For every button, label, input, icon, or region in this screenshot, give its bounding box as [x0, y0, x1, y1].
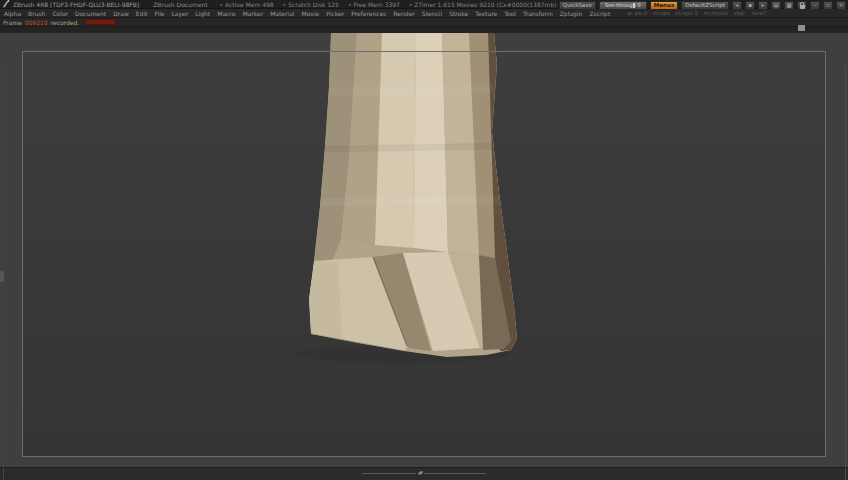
menu-extra-w-po-0[interactable]: w: po 0 — [627, 10, 647, 16]
stat-free-mem-3397: Free Mem 3397 — [348, 1, 400, 8]
recorded-label: recorded. — [51, 19, 80, 26]
menu-extra-cbp[interactable]: cbp: — [734, 10, 746, 16]
menu-extra-m-sps[interactable]: m:sps — [653, 10, 669, 16]
app-title: ZBrush 4R8 [TDF3-FHDF-QLU3-BELI-98FB] — [13, 1, 139, 8]
menu-item-file[interactable]: File — [154, 10, 164, 17]
menu-extra-m-movie[interactable]: m:movie — [704, 10, 728, 16]
menu-item-layer[interactable]: Layer — [172, 10, 189, 17]
menu-item-color[interactable]: Color — [52, 10, 68, 17]
canvas-corner-icon[interactable] — [798, 25, 805, 31]
frame-label: Frame — [3, 19, 22, 26]
tray-arrows-icon: ▲▼ — [418, 470, 422, 475]
menu-item-texture[interactable]: Texture — [475, 10, 497, 17]
menu-extra-new[interactable]: new? — [752, 10, 766, 16]
left-tray-handle[interactable] — [0, 271, 4, 282]
title-bar: ZBrush 4R8 [TDF3-FHDF-QLU3-BELI-98FB] ZB… — [0, 0, 848, 9]
menu-item-light[interactable]: Light — [195, 10, 210, 17]
menu-item-stroke[interactable]: Stroke — [449, 10, 468, 17]
memory-stats: Active Mem 498Scratch Disk 125Free Mem 3… — [220, 1, 557, 8]
grid-swatch-icon: ▤ — [773, 2, 778, 9]
see-through-knob[interactable] — [633, 3, 635, 8]
restore-icon: ▫ — [826, 2, 830, 9]
menu-extra-m-spe-1[interactable]: m:spe 1 — [676, 10, 698, 16]
document-title: ZBrush Document — [153, 1, 207, 8]
menu-item-tool[interactable]: Tool — [504, 10, 516, 17]
menu-item-picker[interactable]: Picker — [326, 10, 344, 17]
menu-bar: AlphaBrushColorDocumentDrawEditFileLayer… — [0, 9, 848, 18]
menu-item-document[interactable]: Document — [75, 10, 106, 17]
menu-item-edit[interactable]: Edit — [136, 10, 148, 17]
menu-item-material[interactable]: Material — [270, 10, 294, 17]
menu-item-stencil[interactable]: Stencil — [422, 10, 442, 17]
menu-item-alpha[interactable]: Alpha — [4, 10, 21, 17]
layout-dot-icon: ▪ — [748, 2, 752, 9]
menu-item-zplugin[interactable]: Zplugin — [560, 10, 583, 17]
menu-item-draw[interactable]: Draw — [113, 10, 129, 17]
menu-item-render[interactable]: Render — [393, 10, 414, 17]
chevron-left-icon: ◂ — [736, 2, 739, 9]
frame-number: 009210 — [25, 19, 48, 26]
lock-icon — [800, 5, 805, 9]
right-tray-divider[interactable] — [845, 66, 846, 480]
see-through-label: See-through 0 — [605, 2, 641, 8]
stat-active-mem-498: Active Mem 498 — [220, 1, 274, 8]
menu-item-brush[interactable]: Brush — [28, 10, 45, 17]
menu-extra-items: w: po 0m:spsm:spe 1m:moviecbp:new? — [627, 10, 772, 16]
zbrush-logo-icon — [2, 0, 10, 8]
menu-items: AlphaBrushColorDocumentDrawEditFileLayer… — [4, 10, 617, 17]
menu-item-marker[interactable]: Marker — [242, 10, 263, 17]
stat-ztimer-1-615-movies-9210-cx-0000-1387mb: ZTimer 1.615 Movies 9210 (Cx#0000(1387mb… — [409, 1, 557, 8]
menu-item-preferences[interactable]: Preferences — [351, 10, 386, 17]
chevron-right-icon: ▸ — [762, 2, 765, 9]
document-area[interactable] — [22, 51, 826, 457]
close-icon: × — [839, 2, 844, 9]
menu-item-macro[interactable]: Macro — [217, 10, 235, 17]
menu-item-movie[interactable]: Movie — [302, 10, 320, 17]
grid-swatch-icon-2: ▦ — [786, 2, 791, 9]
menu-item-transform[interactable]: Transform — [523, 10, 553, 17]
stat-scratch-disk-125: Scratch Disk 125 — [283, 1, 339, 8]
minimize-icon: – — [814, 2, 817, 9]
menu-item-zscript[interactable]: Zscript — [589, 10, 610, 17]
status-row: Frame 009210 recorded. — [0, 18, 848, 27]
bottom-tray-handle[interactable]: ▲▼ — [416, 469, 424, 477]
bottom-tray-bar: ▲▼ — [0, 467, 848, 480]
recording-indicator — [85, 19, 116, 25]
